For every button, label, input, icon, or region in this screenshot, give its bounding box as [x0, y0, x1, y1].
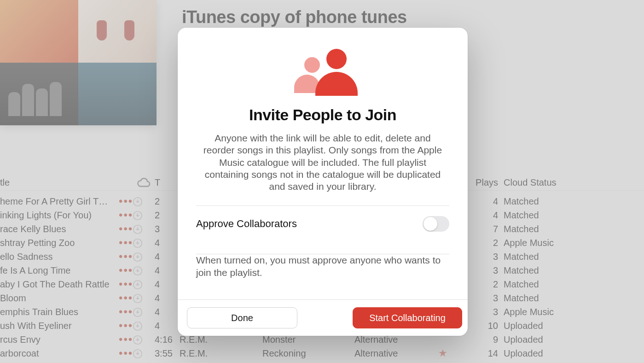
track-title: arborcoat — [0, 348, 110, 359]
track-title: Bloom — [0, 293, 110, 304]
track-cloud-status: Matched — [504, 210, 591, 221]
track-title: shtray Petting Zoo — [0, 238, 110, 248]
track-plays: 14 — [453, 348, 504, 359]
more-icon[interactable]: ••• — [110, 323, 133, 328]
download-icon[interactable] — [133, 196, 155, 207]
invite-collaborators-dialog: Invite People to Join Anyone with the li… — [178, 28, 468, 336]
download-icon[interactable] — [133, 348, 155, 359]
download-icon[interactable] — [133, 334, 155, 345]
track-time: 4 — [155, 307, 180, 317]
playlist-title: iTunes copy of phone tunes — [182, 7, 407, 27]
more-icon[interactable]: ••• — [110, 227, 133, 231]
track-cloud-status: Apple Music — [504, 307, 591, 317]
favorite-star-icon[interactable]: ★ — [433, 347, 453, 359]
track-genre: Alternative — [354, 348, 433, 359]
track-cloud-status: Matched — [504, 279, 591, 290]
approve-collaborators-toggle[interactable] — [423, 216, 449, 232]
col-time[interactable]: T — [155, 177, 180, 188]
more-icon[interactable]: ••• — [110, 254, 133, 259]
download-icon[interactable] — [133, 251, 155, 262]
more-icon[interactable]: ••• — [110, 213, 133, 217]
download-icon[interactable] — [133, 223, 155, 234]
track-time: 4 — [155, 265, 180, 276]
track-title: heme For A Pretty Girl That... — [0, 196, 110, 207]
more-icon[interactable]: ••• — [110, 337, 133, 342]
track-time: 3:55 — [155, 348, 180, 359]
approve-collaborators-description: When turned on, you must approve anyone … — [196, 254, 449, 290]
track-album: Reckoning — [262, 348, 354, 359]
more-icon[interactable]: ••• — [110, 199, 133, 204]
track-title: ush With Eyeliner — [0, 321, 110, 331]
track-cloud-status: Apple Music — [504, 238, 591, 248]
track-time: 4 — [155, 321, 180, 331]
start-collaborating-button[interactable]: Start Collaborating — [353, 307, 462, 328]
album-art — [78, 63, 157, 125]
album-art — [0, 63, 78, 125]
download-icon[interactable] — [133, 265, 155, 276]
track-cloud-status: Uploaded — [504, 348, 591, 359]
download-icon[interactable] — [133, 320, 155, 331]
more-icon[interactable]: ••• — [110, 351, 133, 356]
track-time: 2 — [155, 210, 180, 221]
track-cloud-status: Matched — [504, 293, 591, 304]
track-time: 4 — [155, 252, 180, 262]
track-title: rcus Envy — [0, 334, 110, 345]
more-icon[interactable]: ••• — [110, 240, 133, 245]
table-row[interactable]: arborcoat•••3:55R.E.M.ReckoningAlternati… — [0, 346, 644, 360]
track-plays: 9 — [453, 334, 504, 345]
col-title[interactable]: tle — [0, 177, 110, 188]
people-icon — [286, 47, 360, 98]
track-time: 4 — [155, 293, 180, 304]
more-icon[interactable]: ••• — [110, 282, 133, 287]
album-art — [78, 0, 157, 63]
album-art — [0, 0, 78, 63]
download-icon[interactable] — [133, 279, 155, 290]
track-cloud-status: Matched — [504, 196, 591, 207]
track-cloud-status: Uploaded — [504, 321, 591, 331]
download-icon[interactable] — [133, 210, 155, 221]
track-time: 4 — [155, 238, 180, 248]
track-title: ello Sadness — [0, 252, 110, 262]
track-title: inking Lights (For You) — [0, 210, 110, 221]
download-icon[interactable] — [133, 237, 155, 248]
approve-collaborators-label: Approve Collaborators — [196, 218, 297, 230]
dialog-description: Anyone with the link will be able to edi… — [196, 132, 449, 193]
track-cloud-status: Matched — [504, 224, 591, 234]
dialog-title: Invite People to Join — [196, 106, 449, 124]
track-title: fe Is A Long Time — [0, 265, 110, 276]
track-cloud-status: Matched — [504, 252, 591, 262]
cloud-icon — [137, 176, 151, 190]
track-artist: R.E.M. — [180, 348, 262, 359]
col-cloud[interactable] — [133, 176, 155, 190]
track-time: 4:16 — [155, 334, 180, 345]
track-time: 3 — [155, 224, 180, 234]
done-button[interactable]: Done — [187, 307, 297, 328]
track-time: 4 — [155, 279, 180, 290]
col-cloud-status[interactable]: Cloud Status — [504, 177, 591, 188]
playlist-artwork-grid — [0, 0, 157, 125]
track-title: race Kelly Blues — [0, 224, 110, 234]
track-cloud-status: Uploaded — [504, 334, 591, 345]
track-title: emphis Train Blues — [0, 307, 110, 317]
more-icon[interactable]: ••• — [110, 296, 133, 300]
track-time: 2 — [155, 196, 180, 207]
download-icon[interactable] — [133, 293, 155, 304]
more-icon[interactable]: ••• — [110, 268, 133, 273]
track-cloud-status: Matched — [504, 265, 591, 276]
more-icon[interactable]: ••• — [110, 310, 133, 314]
download-icon[interactable] — [133, 306, 155, 317]
track-title: aby I Got The Death Rattle — [0, 279, 110, 290]
